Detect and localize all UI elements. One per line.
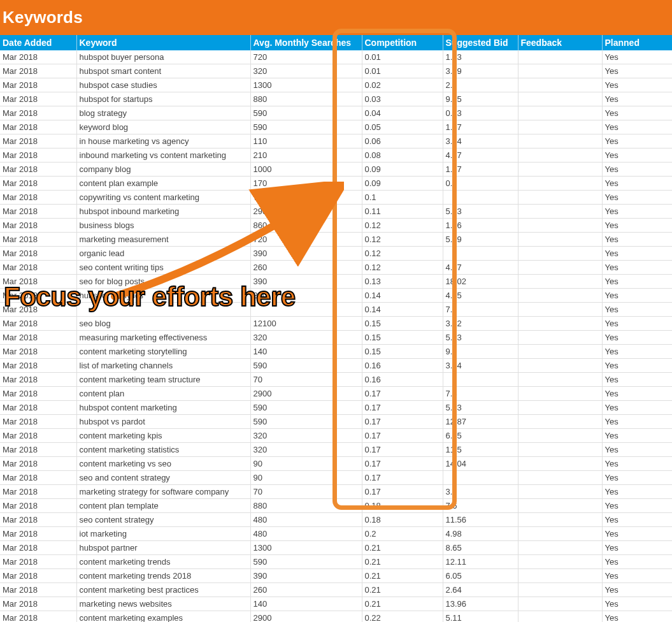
- cell-planned[interactable]: Yes: [602, 345, 672, 359]
- cell-avg-searches[interactable]: 12100: [250, 317, 362, 331]
- cell-date-added[interactable]: Mar 2018: [0, 247, 76, 261]
- table-row[interactable]: Mar 2018in house marketing vs agency1100…: [0, 134, 672, 148]
- cell-competition[interactable]: 0.04: [362, 106, 443, 120]
- header-date-added[interactable]: Date Added: [0, 35, 76, 50]
- cell-avg-searches[interactable]: 2900: [250, 611, 362, 623]
- table-row[interactable]: Mar 2018company blog10000.091.77Yes: [0, 163, 672, 177]
- cell-planned[interactable]: Yes: [602, 205, 672, 219]
- cell-competition[interactable]: 0.17: [362, 457, 443, 471]
- cell-competition[interactable]: 0.05: [362, 120, 443, 134]
- cell-avg-searches[interactable]: 170: [250, 177, 362, 191]
- cell-avg-searches[interactable]: [250, 303, 362, 317]
- cell-date-added[interactable]: Mar 2018: [0, 78, 76, 92]
- cell-feedback[interactable]: [518, 120, 602, 134]
- cell-planned[interactable]: Yes: [602, 415, 672, 429]
- table-row[interactable]: Mar 2018iot marketing4800.24.98Yes: [0, 527, 672, 541]
- cell-date-added[interactable]: Mar 2018: [0, 331, 76, 345]
- cell-keyword[interactable]: organic lead: [76, 247, 250, 261]
- cell-avg-searches[interactable]: 480: [250, 527, 362, 541]
- cell-keyword[interactable]: hubspot vs pardot: [76, 415, 250, 429]
- cell-avg-searches[interactable]: 590: [250, 359, 362, 373]
- cell-planned[interactable]: Yes: [602, 611, 672, 623]
- cell-planned[interactable]: Yes: [602, 177, 672, 191]
- cell-suggested-bid[interactable]: 7.6: [443, 499, 518, 513]
- cell-suggested-bid[interactable]: 14.04: [443, 457, 518, 471]
- cell-suggested-bid[interactable]: 6.05: [443, 569, 518, 583]
- cell-suggested-bid[interactable]: 5.99: [443, 233, 518, 247]
- table-row[interactable]: Mar 2018marketing measurement7200.125.99…: [0, 233, 672, 247]
- cell-competition[interactable]: 0.22: [362, 611, 443, 623]
- table-row[interactable]: Mar 2018blog strategy5900.040.53Yes: [0, 106, 672, 120]
- cell-date-added[interactable]: Mar 2018: [0, 499, 76, 513]
- cell-keyword[interactable]: hubspot partner: [76, 541, 250, 555]
- cell-avg-searches[interactable]: 210: [250, 148, 362, 163]
- cell-keyword[interactable]: seo and content strategy: [76, 471, 250, 485]
- cell-feedback[interactable]: [518, 457, 602, 471]
- cell-date-added[interactable]: Mar 2018: [0, 583, 76, 597]
- cell-planned[interactable]: Yes: [602, 134, 672, 148]
- cell-competition[interactable]: 0.12: [362, 233, 443, 247]
- cell-planned[interactable]: Yes: [602, 527, 672, 541]
- cell-suggested-bid[interactable]: 4.98: [443, 527, 518, 541]
- cell-planned[interactable]: Yes: [602, 331, 672, 345]
- cell-feedback[interactable]: [518, 219, 602, 233]
- cell-feedback[interactable]: [518, 163, 602, 177]
- cell-keyword[interactable]: seo for blog posts: [76, 275, 250, 289]
- cell-keyword[interactable]: content marketing trends: [76, 555, 250, 569]
- cell-suggested-bid[interactable]: 18.02: [443, 275, 518, 289]
- cell-date-added[interactable]: Mar 2018: [0, 106, 76, 120]
- cell-keyword[interactable]: content marketing statistics: [76, 443, 250, 457]
- cell-keyword[interactable]: inbound marketing vs content marketing: [76, 148, 250, 163]
- cell-competition[interactable]: 0.17: [362, 429, 443, 443]
- cell-date-added[interactable]: Mar 2018: [0, 191, 76, 205]
- cell-competition[interactable]: 0.11: [362, 205, 443, 219]
- cell-planned[interactable]: Yes: [602, 191, 672, 205]
- cell-planned[interactable]: Yes: [602, 513, 672, 527]
- cell-keyword[interactable]: blog strategy: [76, 106, 250, 120]
- cell-avg-searches[interactable]: 1000: [250, 163, 362, 177]
- cell-planned[interactable]: Yes: [602, 555, 672, 569]
- cell-suggested-bid[interactable]: 1.77: [443, 120, 518, 134]
- cell-planned[interactable]: Yes: [602, 317, 672, 331]
- cell-suggested-bid[interactable]: 3.94: [443, 359, 518, 373]
- cell-planned[interactable]: Yes: [602, 92, 672, 106]
- cell-competition[interactable]: 0.18: [362, 513, 443, 527]
- cell-date-added[interactable]: Mar 2018: [0, 345, 76, 359]
- cell-feedback[interactable]: [518, 50, 602, 64]
- cell-avg-searches[interactable]: 70: [250, 485, 362, 499]
- cell-date-added[interactable]: Mar 2018: [0, 219, 76, 233]
- cell-suggested-bid[interactable]: 4.67: [443, 148, 518, 163]
- cell-avg-searches[interactable]: 70: [250, 373, 362, 387]
- cell-avg-searches[interactable]: 590: [250, 555, 362, 569]
- cell-keyword[interactable]: content marketing kpis: [76, 429, 250, 443]
- cell-competition[interactable]: 0.12: [362, 261, 443, 275]
- cell-avg-searches[interactable]: 880: [250, 499, 362, 513]
- cell-planned[interactable]: Yes: [602, 457, 672, 471]
- cell-feedback[interactable]: [518, 247, 602, 261]
- table-row[interactable]: Mar 2018content marketing best practices…: [0, 583, 672, 597]
- cell-feedback[interactable]: [518, 387, 602, 401]
- cell-planned[interactable]: Yes: [602, 163, 672, 177]
- cell-keyword[interactable]: content marketing storytelling: [76, 345, 250, 359]
- cell-date-added[interactable]: Mar 2018: [0, 50, 76, 64]
- cell-planned[interactable]: Yes: [602, 219, 672, 233]
- cell-avg-searches[interactable]: 260: [250, 261, 362, 275]
- cell-keyword[interactable]: hubspot content marketing: [76, 401, 250, 415]
- cell-feedback[interactable]: [518, 261, 602, 275]
- cell-avg-searches[interactable]: 140: [250, 345, 362, 359]
- cell-feedback[interactable]: [518, 177, 602, 191]
- cell-feedback[interactable]: [518, 233, 602, 247]
- header-planned[interactable]: Planned: [602, 35, 672, 50]
- cell-keyword[interactable]: list of marketing channels: [76, 359, 250, 373]
- cell-date-added[interactable]: Mar 2018: [0, 485, 76, 499]
- cell-avg-searches[interactable]: 320: [250, 331, 362, 345]
- cell-date-added[interactable]: Mar 2018: [0, 513, 76, 527]
- table-row[interactable]: Mar 2018content plan template8800.187.6Y…: [0, 499, 672, 513]
- cell-feedback[interactable]: [518, 134, 602, 148]
- cell-feedback[interactable]: [518, 205, 602, 219]
- table-row[interactable]: Mar 2018hubspot vs pardot5900.1712.87Yes: [0, 415, 672, 429]
- cell-feedback[interactable]: [518, 583, 602, 597]
- cell-planned[interactable]: Yes: [602, 289, 672, 303]
- cell-planned[interactable]: Yes: [602, 359, 672, 373]
- cell-suggested-bid[interactable]: 5.53: [443, 205, 518, 219]
